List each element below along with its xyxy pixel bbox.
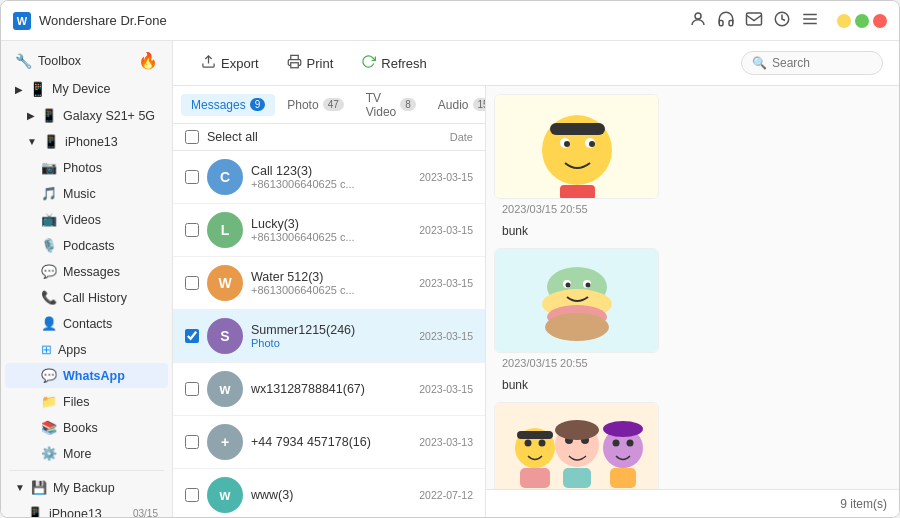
app-window: W Wondershare Dr.Fone (0, 0, 900, 518)
sidebar-item-files[interactable]: 📁 Files (5, 389, 168, 414)
msg-checkbox[interactable] (185, 170, 199, 184)
msg-checkbox[interactable] (185, 382, 199, 396)
whatsapp-icon: 💬 (41, 368, 57, 383)
svg-rect-38 (520, 468, 550, 488)
avatar: C (207, 159, 243, 195)
headset-icon[interactable] (717, 10, 735, 31)
msg-checkbox[interactable] (185, 329, 199, 343)
sidebar-item-books[interactable]: 📚 Books (5, 415, 168, 440)
print-icon (287, 54, 302, 72)
msg-checkbox[interactable] (185, 488, 199, 502)
msg-meta: 2023-03-15 (419, 171, 473, 183)
svg-point-37 (603, 421, 643, 437)
menu-icon[interactable] (801, 10, 819, 31)
msg-info: Call 123(3) +8613006640625 c... (251, 164, 411, 190)
list-item[interactable]: C Call 123(3) +8613006640625 c... 2023-0… (173, 151, 485, 204)
mail-icon[interactable] (745, 10, 763, 31)
export-button[interactable]: Export (189, 49, 271, 77)
list-item[interactable]: W Water 512(3) +8613006640625 c... 2023-… (173, 257, 485, 310)
msg-meta: 2022-07-12 (419, 489, 473, 501)
msg-checkbox[interactable] (185, 223, 199, 237)
list-item[interactable]: w wx13128788841(67) 2023-03-15 (173, 363, 485, 416)
device-icon: 📱 (29, 81, 46, 97)
maximize-button[interactable] (855, 14, 869, 28)
sidebar-item-more[interactable]: ⚙️ More (5, 441, 168, 466)
sidebar-item-music[interactable]: 🎵 Music (5, 181, 168, 206)
sidebar-item-messages[interactable]: 💬 Messages (5, 259, 168, 284)
preview-image-1 (495, 95, 659, 199)
avatar: w (207, 477, 243, 513)
svg-rect-7 (290, 63, 298, 68)
sidebar-item-iphone13[interactable]: ▼ 📱 iPhone13 (5, 129, 168, 154)
sidebar-item-my-device[interactable]: ▶ 📱 My Device (5, 76, 168, 102)
sidebar-item-podcasts[interactable]: 🎙️ Podcasts (5, 233, 168, 258)
svg-point-36 (627, 440, 634, 447)
list-item[interactable]: S Summer1215(246) Photo 2023-03-15 (173, 310, 485, 363)
sidebar-item-photos[interactable]: 📷 Photos (5, 155, 168, 180)
more-icon: ⚙️ (41, 446, 57, 461)
message-list-panel: Messages 9 Photo 47 TV Video 8 Audio (173, 86, 486, 517)
list-item[interactable]: L Lucky(3) +8613006640625 c... 2023-03-1… (173, 204, 485, 257)
export-icon (201, 54, 216, 72)
list-item[interactable]: w www(3) 2022-07-12 (173, 469, 485, 517)
avatar: S (207, 318, 243, 354)
msg-checkbox[interactable] (185, 435, 199, 449)
svg-point-27 (525, 440, 532, 447)
iphone13-icon: 📱 (43, 134, 59, 149)
videos-icon: 📺 (41, 212, 57, 227)
sidebar-item-videos[interactable]: 📺 Videos (5, 207, 168, 232)
preview-item: 2023/03/15 20:55 (494, 248, 891, 371)
user-icon[interactable] (689, 10, 707, 31)
msg-info: Lucky(3) +8613006640625 c... (251, 217, 411, 243)
sidebar-item-galaxy[interactable]: ▶ 📱 Galaxy S21+ 5G (5, 103, 168, 128)
tab-tv-video[interactable]: TV Video 8 (356, 87, 426, 123)
search-input[interactable] (772, 56, 872, 70)
svg-rect-1 (747, 13, 762, 25)
tab-audio[interactable]: Audio 15 (428, 94, 486, 116)
expand-icon-iphone13: ▼ (27, 136, 37, 147)
preview-label-2: bunk (494, 375, 891, 398)
msg-meta: 2023-03-15 (419, 277, 473, 289)
svg-point-0 (695, 13, 701, 19)
svg-point-12 (564, 141, 570, 147)
tab-messages[interactable]: Messages 9 (181, 94, 275, 116)
sidebar-item-apps[interactable]: ⊞ Apps (5, 337, 168, 362)
sidebar-item-call-history[interactable]: 📞 Call History (5, 285, 168, 310)
minimize-button[interactable] (837, 14, 851, 28)
preview-panel: 2023/03/15 20:55 bunk (486, 86, 899, 517)
list-item[interactable]: + +44 7934 457178(16) 2023-03-13 (173, 416, 485, 469)
sidebar: 🔧 Toolbox 🔥 ▶ 📱 My Device ▶ 📱 Galaxy S21… (1, 41, 173, 517)
msg-checkbox[interactable] (185, 276, 199, 290)
history-icon[interactable] (773, 10, 791, 31)
print-button[interactable]: Print (275, 49, 346, 77)
backup-icon: 💾 (31, 480, 47, 495)
expand-icon: ▶ (15, 84, 23, 95)
tab-photo[interactable]: Photo 47 (277, 94, 353, 116)
preview-item: 2023/03/15 20:55 (494, 94, 891, 217)
msg-info: wx13128788841(67) (251, 382, 411, 396)
toolbar: Export Print Refresh 🔍 (173, 41, 899, 86)
sidebar-item-whatsapp[interactable]: 💬 WhatsApp (5, 363, 168, 388)
contacts-icon: 👤 (41, 316, 57, 331)
preview-footer: 9 item(s) (486, 489, 899, 517)
svg-rect-14 (550, 123, 605, 135)
msg-meta: 2023-03-15 (419, 330, 473, 342)
app-title: Wondershare Dr.Fone (39, 13, 681, 28)
preview-image-3 (495, 403, 659, 489)
sidebar-item-my-backup[interactable]: ▼ 💾 My Backup (5, 475, 168, 500)
select-all-checkbox[interactable] (185, 130, 199, 144)
sidebar-item-iphone13-backup[interactable]: 📱 iPhone13 03/15 (5, 501, 168, 517)
msg-info: +44 7934 457178(16) (251, 435, 411, 449)
main-layout: 🔧 Toolbox 🔥 ▶ 📱 My Device ▶ 📱 Galaxy S21… (1, 41, 899, 517)
refresh-button[interactable]: Refresh (349, 49, 439, 77)
sidebar-item-contacts[interactable]: 👤 Contacts (5, 311, 168, 336)
photos-icon: 📷 (41, 160, 57, 175)
svg-rect-15 (560, 185, 595, 199)
select-all-row: Select all Date (173, 124, 485, 151)
sidebar-item-toolbox[interactable]: 🔧 Toolbox 🔥 (5, 46, 168, 75)
close-button[interactable] (873, 14, 887, 28)
iphone13-backup-icon: 📱 (27, 506, 43, 517)
svg-point-33 (555, 420, 599, 440)
msg-meta: 2023-03-13 (419, 436, 473, 448)
sub-tabs: Messages 9 Photo 47 TV Video 8 Audio (173, 86, 485, 124)
